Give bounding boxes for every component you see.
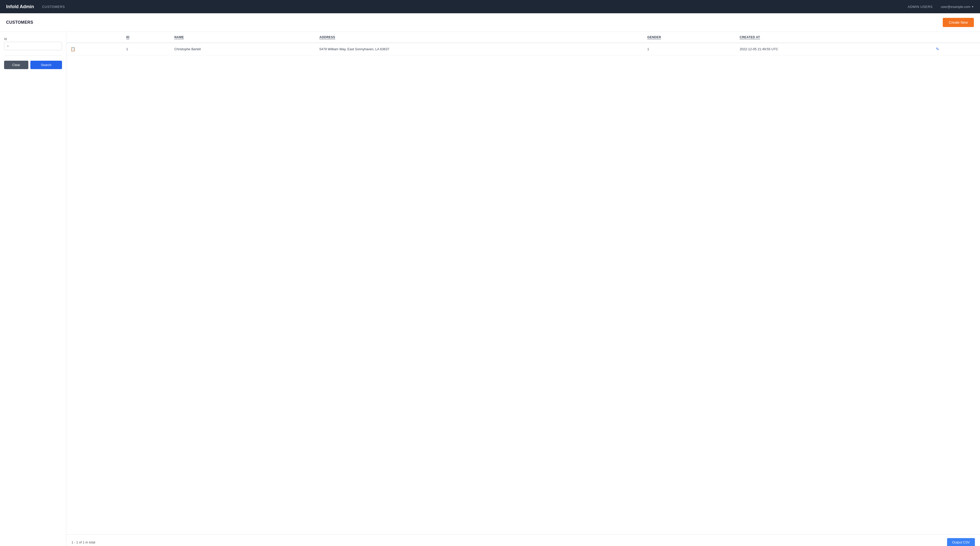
table-container: ID NAME ADDRESS GENDER CREATED AT 📋1Chri… (66, 32, 980, 534)
clear-button[interactable]: Clear (4, 61, 28, 69)
page-header: CUSTOMERS Create New (0, 13, 980, 32)
navbar: Infold Admin CUSTOMERS ADMIN USERS user@… (0, 0, 980, 13)
id-filter-input[interactable] (4, 42, 62, 50)
navbar-right: ADMIN USERS user@example.com ▼ (908, 5, 974, 9)
table-body: 📋1Christophe Bartell5479 William Way, Ea… (66, 43, 980, 56)
row-edit-cell: ✎ (932, 43, 980, 56)
sidebar-buttons: Clear Search (4, 61, 62, 69)
navbar-admin-users-link[interactable]: ADMIN USERS (908, 5, 932, 9)
main-layout: Id Clear Search ID NAME ADDRESS GENDER C… (0, 32, 980, 546)
table-footer: 1 - 1 of 1 in total Output CSV (66, 534, 980, 546)
row-gender: 1 (643, 43, 735, 56)
search-button[interactable]: Search (30, 61, 62, 69)
create-new-button[interactable]: Create New (943, 18, 974, 27)
navbar-user-email: user@example.com (941, 5, 970, 9)
customers-table: ID NAME ADDRESS GENDER CREATED AT 📋1Chri… (66, 32, 980, 56)
row-created-at: 2022-12-05 21:49:55 UTC (735, 43, 932, 56)
col-header-id[interactable]: ID (122, 32, 170, 43)
col-header-created-at[interactable]: CREATED AT (735, 32, 932, 43)
col-header-gender[interactable]: GENDER (643, 32, 735, 43)
col-header-actions (932, 32, 980, 43)
col-header-name[interactable]: NAME (170, 32, 315, 43)
pagination-info: 1 - 1 of 1 in total (72, 540, 95, 544)
col-header-show (66, 32, 122, 43)
col-header-address[interactable]: ADDRESS (315, 32, 643, 43)
sidebar: Id Clear Search (0, 32, 66, 546)
edit-icon[interactable]: ✎ (936, 47, 939, 51)
page-title: CUSTOMERS (6, 20, 33, 25)
show-icon[interactable]: 📋 (70, 47, 76, 51)
output-csv-button[interactable]: Output CSV (947, 538, 975, 546)
row-show-cell: 📋 (66, 43, 122, 56)
table-header: ID NAME ADDRESS GENDER CREATED AT (66, 32, 980, 43)
id-filter-label: Id (4, 37, 62, 41)
row-address: 5479 William Way, East Sonnyhaven, LA 63… (315, 43, 643, 56)
table-area: ID NAME ADDRESS GENDER CREATED AT 📋1Chri… (66, 32, 980, 546)
id-filter-group: Id (4, 37, 62, 50)
table-header-row: ID NAME ADDRESS GENDER CREATED AT (66, 32, 980, 43)
chevron-down-icon: ▼ (971, 5, 974, 8)
navbar-brand: Infold Admin (6, 4, 34, 10)
table-row: 📋1Christophe Bartell5479 William Way, Ea… (66, 43, 980, 56)
row-name: Christophe Bartell (170, 43, 315, 56)
navbar-user-menu[interactable]: user@example.com ▼ (941, 5, 974, 9)
navbar-current-section[interactable]: CUSTOMERS (42, 5, 65, 9)
row-id: 1 (122, 43, 170, 56)
